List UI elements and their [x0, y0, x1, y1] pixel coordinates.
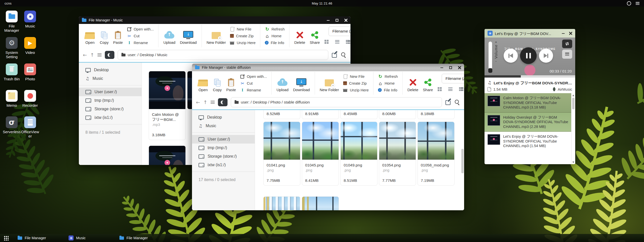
taskbar-item-file-manager-2[interactable]: File Manager — [119, 236, 170, 240]
app-launcher-grid-icon[interactable] — [4, 235, 9, 240]
delete-button[interactable]: Delete — [294, 27, 305, 45]
new-file-button[interactable]: New File — [230, 26, 255, 32]
edit-path-icon[interactable] — [332, 52, 338, 58]
search-icon[interactable] — [455, 99, 460, 105]
desktop-icon-recorder[interactable]: Recorder — [21, 90, 39, 116]
sidebar-item-storage-drive[interactable]: Storage (store:/) — [79, 105, 142, 113]
desktop-icon-trash-bin[interactable]: Trash Bin — [3, 63, 21, 90]
previous-track-button[interactable] — [504, 49, 518, 63]
close-button[interactable] — [569, 32, 572, 35]
playlist-item-lets-enjoy[interactable]: Let's Enjoy @ フリーBGM DOVA-SYNDROME OFFIC… — [485, 132, 571, 151]
share-button[interactable]: Share — [423, 75, 433, 92]
sidebar-item-ixtw-drive[interactable]: ixtw (is1:/) — [192, 161, 255, 169]
open-button[interactable]: Open — [198, 75, 208, 92]
volume-slider-thumb[interactable] — [488, 68, 492, 73]
address-input[interactable]: user: / Desktop / Photo / stable diffusi… — [231, 97, 442, 107]
file-card-partial[interactable]: 8.52MB — [263, 110, 300, 119]
volume-slider[interactable] — [489, 42, 492, 70]
paste-button[interactable]: Paste — [113, 27, 123, 45]
back-arrow-icon[interactable]: ← — [83, 52, 87, 58]
download-button[interactable]: ↓Download — [293, 75, 310, 92]
download-button[interactable]: ↓Download — [180, 27, 197, 45]
file-card[interactable] — [149, 146, 186, 165]
home-button[interactable]: ⌂Home — [378, 81, 398, 86]
minimize-button[interactable] — [562, 32, 565, 35]
desktop-icon-file-manager[interactable]: File Manager — [3, 11, 21, 37]
view-list-icon[interactable] — [448, 87, 453, 91]
new-file-button[interactable]: New File — [343, 74, 369, 79]
copy-button[interactable]: Copy — [213, 75, 222, 92]
open-with-button[interactable]: Open with... — [127, 26, 154, 32]
upload-button[interactable]: ↑Upload — [163, 27, 175, 45]
playlist-item-holiday-overslept[interactable]: Holiday Overslept @ フリーBGM DOVA-SYNDROME… — [485, 113, 571, 132]
unzip-here-button[interactable]: Unzip Here — [343, 87, 369, 93]
new-folder-button[interactable]: New Folder — [207, 27, 226, 45]
sort-dropdown[interactable]: Filename (Asc) — [442, 74, 464, 83]
repeat-button[interactable] — [562, 40, 572, 48]
playlist-item-calm-motion[interactable]: Calm Motion @ フリーBGM DOVA-SYNDROME OFFIC… — [485, 93, 571, 113]
up-arrow-icon[interactable]: ↑ — [90, 52, 94, 58]
unzip-here-button[interactable]: Unzip Here — [230, 40, 255, 46]
desktop-icon-serverless[interactable]: σ Serverless — [3, 116, 21, 143]
scrollbar-thumb[interactable] — [572, 98, 574, 109]
sidebar-item-music[interactable]: ♫Music — [192, 122, 255, 130]
file-card-partial[interactable]: 8.00MB — [379, 110, 416, 119]
refresh-button[interactable]: ↻Refresh — [265, 26, 285, 32]
file-card-01045[interactable]: 01045.png .png 8.41MB — [302, 122, 339, 186]
sidebar-item-storage-drive[interactable]: Storage (store:/) — [192, 152, 255, 161]
sidebar-item-desktop[interactable]: Desktop — [79, 66, 142, 74]
paste-button[interactable]: Paste — [226, 75, 236, 92]
titlebar[interactable]: File Manager - Music — [79, 16, 350, 24]
refresh-button[interactable]: ↻Refresh — [378, 74, 398, 79]
file-info-button[interactable]: iFile Info — [265, 40, 285, 46]
view-list-icon[interactable] — [335, 40, 339, 44]
taskbar-item-music[interactable]: Music — [69, 235, 119, 240]
scrollbar[interactable]: ▲ ▼ — [571, 93, 575, 164]
scroll-up-icon[interactable]: ▲ — [571, 94, 575, 96]
sidebar-item-tmp-drive[interactable]: tmp (tmp:/) — [192, 144, 255, 152]
open-with-button[interactable]: Open with... — [240, 74, 267, 79]
playlist-menu-button[interactable] — [562, 50, 572, 59]
home-button[interactable]: ⌂Home — [265, 33, 285, 39]
back-arrow-icon[interactable]: ← — [196, 99, 200, 105]
create-zip-button[interactable]: Create Zip — [343, 81, 369, 86]
theme-moon-button[interactable] — [105, 51, 114, 59]
up-arrow-icon[interactable]: ↑ — [203, 99, 207, 105]
file-card-partial[interactable]: 8.45MB — [340, 110, 377, 119]
pause-button[interactable] — [520, 47, 537, 64]
desktop-icon-memo[interactable]: Memo — [3, 90, 21, 116]
file-card-01041[interactable]: 01041.png .png 7.75MB — [263, 122, 300, 186]
maximize-button[interactable] — [335, 19, 339, 22]
sidebar-item-music[interactable]: ♫Music — [79, 74, 142, 83]
minimize-button[interactable] — [327, 19, 330, 22]
desktop-icon-photo[interactable]: Photo — [21, 63, 39, 90]
file-card-partial[interactable]: 8.91MB — [302, 110, 339, 119]
taskbar-item-file-manager-1[interactable]: File Manager — [18, 236, 69, 240]
share-button[interactable]: Share — [310, 27, 320, 45]
edit-path-icon[interactable] — [445, 99, 451, 105]
new-folder-button[interactable]: New Folder — [320, 75, 339, 92]
file-card-partial[interactable] — [302, 196, 339, 210]
search-icon[interactable] — [341, 52, 346, 58]
copy-button[interactable]: Copy — [100, 27, 109, 45]
rename-button[interactable]: IRename — [240, 87, 267, 93]
titlebar[interactable]: Let's Enjoy @ フリーBGM DOV... — [485, 29, 575, 38]
sidebar-item-desktop[interactable]: Desktop — [192, 113, 255, 122]
view-grid-icon[interactable] — [438, 87, 439, 89]
file-card-01058-mod[interactable]: 01058_mod.png .png 7.19MB — [417, 122, 455, 186]
sidebar-item-user-drive[interactable]: User (user:/) — [79, 88, 142, 96]
progress-bar[interactable] — [485, 75, 575, 78]
desktop-icon-system-setting[interactable]: ⚙ System Setting — [3, 37, 21, 63]
sort-dropdown[interactable]: Filename (Asc) — [329, 26, 350, 36]
file-card-partial[interactable]: 8.18MB — [417, 110, 455, 119]
address-input[interactable]: user: / Desktop / Music — [118, 50, 328, 60]
sidebar-item-tmp-drive[interactable]: tmp (tmp:/) — [79, 96, 142, 105]
view-detail-list-icon[interactable] — [346, 40, 350, 44]
sidebar-item-ixtw-drive[interactable]: ixtw (is1:/) — [79, 113, 142, 122]
upload-button[interactable]: ↑Upload — [276, 75, 288, 92]
scroll-down-icon[interactable]: ▼ — [571, 161, 575, 163]
view-detail-list-icon[interactable] — [459, 87, 463, 91]
file-card-calm-motion[interactable]: Calm Motion @ フリーBGM... .mp3 3.18MB — [149, 71, 186, 140]
file-info-button[interactable]: iFile Info — [378, 87, 398, 93]
create-zip-button[interactable]: Create Zip — [230, 33, 255, 39]
